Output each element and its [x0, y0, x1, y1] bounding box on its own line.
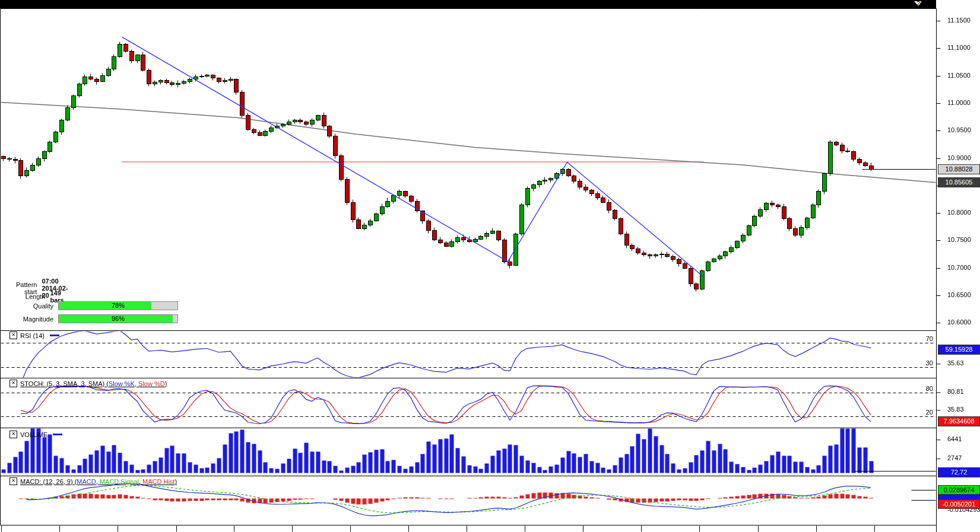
price-axis-label: 11.1000 [947, 44, 971, 51]
volume-axis-label: 6441 [947, 435, 962, 442]
close-macd-panel-icon[interactable]: ✕ [9, 477, 17, 485]
last-price-badge: 10.88028 [938, 164, 980, 174]
macd-panel-header: ✕ MACD: (12, 26, 9) (MACD, MACD Signal, … [9, 477, 177, 485]
header-part: MACD [77, 478, 96, 485]
header-part: STOCH: (5, 3, SMA, 3, SMA) ( [20, 380, 109, 387]
price-axis-label: 10.6000 [947, 318, 971, 326]
price-axis-label: 10.7000 [947, 264, 971, 271]
magnitude-progress-bar: 96% [58, 314, 178, 323]
header-part: ) [175, 478, 177, 485]
pattern-magnitude-row: Magnitude 96% [8, 314, 178, 323]
rsi-value-badge: 59.15928 [938, 345, 980, 355]
price-axis-label: 10.8000 [947, 209, 971, 216]
price-axis-label: 11.0500 [947, 72, 971, 79]
time-axis-label: 16:00 26 Feb [527, 0, 565, 7]
time-axis-label: 07:00 27 Feb [585, 0, 623, 7]
magnitude-progress-value: 96% [59, 315, 177, 323]
volume-axis-label: 2747 [947, 454, 962, 461]
price-axis-label: 10.9500 [947, 126, 971, 133]
stoch-level-label: 80 [914, 385, 933, 392]
stoch-value-badge: 7.9634608 [938, 416, 980, 426]
chart-window: 10.88028 10.85605 Pattern start 07:00 20… [0, 0, 980, 532]
header-part: Slow %K [109, 380, 135, 387]
pattern-magnitude-label: Magnitude [8, 316, 53, 323]
stoch-level-label: 20 [914, 409, 933, 416]
time-axis-label: 10:00 25 Feb [410, 0, 449, 7]
time-axis-label: 07:00 20 Feb [119, 0, 158, 7]
price-axis-label: 10.6500 [947, 291, 971, 298]
close-rsi-panel-icon[interactable]: ✕ [9, 332, 17, 339]
time-axis-label: 10:00 04 Mar 2014 [876, 0, 931, 7]
rsi-panel-header: ✕ RSI (14) [9, 332, 59, 339]
price-axis-label: 11.0000 [947, 99, 971, 106]
header-part: MACD Signal [100, 478, 139, 485]
header-part: MACD Hist [142, 478, 175, 485]
time-axis-label: 13:00 21 Feb [236, 0, 274, 7]
rsi-panel-label: RSI (14) [20, 332, 45, 339]
time-axis-label: 2014 [3, 0, 17, 7]
volume-swatch [53, 434, 62, 435]
time-axis-label: 19:00 03 Mar [818, 0, 857, 7]
stoch-axis-label: 80.81 [947, 388, 964, 395]
header-part: ) [165, 380, 167, 387]
time-axis-label: 16:00 19 Feb [61, 0, 100, 7]
rsi-line-swatch [50, 335, 59, 336]
volume-panel-label: VOLUME [20, 431, 47, 438]
rsi-axis-label: 35.63 [947, 359, 964, 367]
chart-canvas[interactable] [0, 0, 980, 532]
pattern-length-label: Length [8, 293, 46, 300]
header-part: Slow %D [138, 380, 165, 387]
stoch-axis-label: 35.83 [947, 406, 964, 413]
macd-hist-badge: -0.0050201 [938, 499, 980, 509]
stoch-panel-header: ✕ STOCH: (5, 3, SMA, 3, SMA) (Slow %K, S… [9, 380, 167, 387]
time-axis-label: 01:00 26 Feb [468, 0, 507, 7]
time-axis-label: 19:00 24 Feb [352, 0, 391, 7]
price-axis-label: 10.7500 [947, 236, 971, 243]
close-volume-panel-icon[interactable]: ✕ [9, 431, 17, 438]
volume-panel-header: ✕ VOLUME [9, 431, 62, 438]
price-axis-label: 11.1500 [947, 17, 971, 24]
quality-progress-value: 78% [59, 302, 177, 310]
time-axis-label: 04:00 03 Mar [760, 0, 798, 7]
time-axis-label: 22:00 27 Feb [643, 0, 681, 7]
pattern-quality-label: Quality [8, 302, 53, 310]
header-part: MACD: (12, 26, 9) ( [20, 478, 77, 485]
macd-panel-label: MACD: (12, 26, 9) (MACD, MACD Signal, MA… [20, 478, 177, 485]
stoch-panel-label: STOCH: (5, 3, SMA, 3, SMA) (Slow %K, Slo… [20, 380, 167, 387]
rsi-level-label: 30 [914, 359, 933, 367]
ma-value-badge: 10.85605 [938, 177, 980, 187]
close-stoch-panel-icon[interactable]: ✕ [9, 380, 17, 387]
macd-signal-badge: 0.0289674 [938, 485, 980, 495]
time-axis-label: 13:00 28 Feb [701, 0, 740, 7]
quality-progress-bar: 78% [58, 301, 178, 310]
time-axis-label: 04:00 24 Feb [294, 0, 332, 7]
price-axis-label: 10.9000 [947, 154, 971, 161]
rsi-level-label: 70 [914, 335, 933, 342]
pattern-quality-row: Quality 78% [8, 301, 178, 310]
time-axis-label: 22:00 20 Feb [178, 0, 217, 7]
volume-value-badge: 72.72 [938, 467, 980, 477]
